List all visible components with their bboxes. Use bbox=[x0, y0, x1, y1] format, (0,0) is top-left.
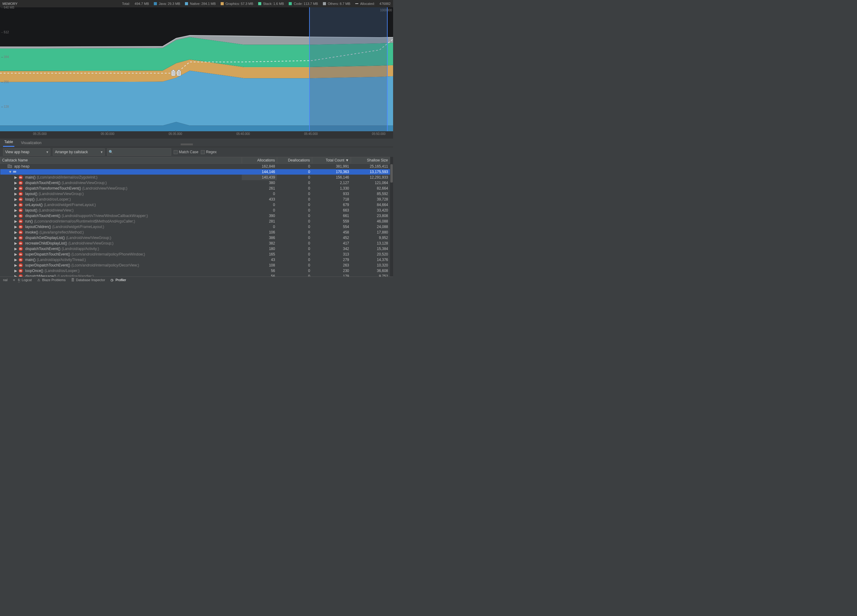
table-row[interactable]: app heap162,8480381,99125,165,411 bbox=[0, 164, 390, 169]
expand-closed-icon[interactable]: ▶ bbox=[14, 269, 17, 273]
expand-closed-icon[interactable]: ▶ bbox=[14, 214, 17, 218]
expand-closed-icon[interactable]: ▶ bbox=[14, 208, 17, 212]
cell-dealloc: 0 bbox=[277, 186, 312, 191]
expand-closed-icon[interactable]: ▶ bbox=[14, 219, 17, 223]
search-input[interactable] bbox=[114, 150, 170, 155]
search-input-wrap[interactable]: 🔍 bbox=[107, 149, 171, 156]
cell-dealloc: 0 bbox=[277, 229, 312, 235]
expand-closed-icon[interactable]: ▶ bbox=[14, 203, 17, 207]
cell-shallow: 25,165,411 bbox=[351, 164, 390, 169]
heap-dropdown[interactable]: View app heap▾ bbox=[3, 149, 50, 156]
expand-closed-icon[interactable]: ▶ bbox=[14, 274, 17, 277]
table-row[interactable]: ▶mlayout() (Landroid/view/View;)0066333,… bbox=[0, 207, 390, 213]
time-axis[interactable]: 05:25.00005:30.00005:35.00005:40.00005:4… bbox=[0, 131, 393, 139]
row-label: loop() bbox=[25, 197, 35, 201]
expand-closed-icon[interactable]: ▶ bbox=[14, 258, 17, 262]
cell-total: 452 bbox=[312, 235, 351, 240]
table-row[interactable]: ▶mrecreateChildDisplayList() (Landroid/v… bbox=[0, 240, 390, 246]
expand-closed-icon[interactable]: ▶ bbox=[14, 247, 17, 251]
expand-closed-icon[interactable]: ▶ bbox=[14, 236, 17, 240]
regex-checkbox[interactable]: Regex bbox=[201, 150, 217, 154]
table-row[interactable]: ▶mmain() (Lcom/android/internal/os/Zygot… bbox=[0, 175, 390, 180]
table-row[interactable]: ▶mloop() (Landroid/os/Looper;)433071839,… bbox=[0, 197, 390, 202]
method-icon: m bbox=[19, 230, 23, 234]
col-deallocations[interactable]: Deallocations bbox=[277, 157, 312, 164]
table-row[interactable]: ▶mdispatchTouchEvent() (Landroid/app/Act… bbox=[0, 246, 390, 252]
table-row[interactable]: ▶monLayout() (Landroid/widget/FrameLayou… bbox=[0, 202, 390, 207]
col-total-count[interactable]: Total Count ▼ bbox=[312, 157, 351, 164]
col-shallow-size[interactable]: Shallow Size bbox=[351, 157, 390, 164]
cell-alloc: 433 bbox=[242, 197, 277, 202]
table-row[interactable]: ▶msuperDispatchTouchEvent() (Lcom/androi… bbox=[0, 263, 390, 268]
row-sublabel: (Landroid/view/ViewGroup;) bbox=[66, 236, 111, 240]
legend-native: Native: 284.1 MB bbox=[185, 2, 215, 6]
y-tick: 384 bbox=[1, 55, 9, 59]
match-case-checkbox[interactable]: Match Case bbox=[174, 150, 198, 154]
table-row[interactable]: ▶mdispatchTouchEvent() (Landroid/support… bbox=[0, 213, 390, 218]
status-database-inspector[interactable]: 🗄Database Inspector bbox=[71, 278, 105, 282]
table-row[interactable]: ▶mloopOnce() (Landroid/os/Looper;)560230… bbox=[0, 268, 390, 274]
tab-visualization[interactable]: Visualization bbox=[20, 139, 43, 147]
status-profiler[interactable]: ◷Profiler bbox=[110, 278, 126, 282]
cell-alloc: 144,146 bbox=[242, 169, 277, 175]
thread-icon bbox=[13, 171, 16, 172]
table-row[interactable]: ▶mlayout() (Landroid/view/ViewGroup;)009… bbox=[0, 191, 390, 197]
cell-shallow: 39,728 bbox=[351, 197, 390, 202]
cell-dealloc: 0 bbox=[277, 246, 312, 252]
expand-closed-icon[interactable]: ▶ bbox=[14, 252, 17, 256]
status-blaze-problems[interactable]: ⚠Blaze Problems bbox=[37, 278, 66, 282]
y-tick: 640 MB bbox=[1, 6, 14, 9]
table-row[interactable]: ▶mlayoutChildren() (Landroid/widget/Fram… bbox=[0, 224, 390, 229]
row-label: app heap bbox=[14, 164, 29, 169]
expand-closed-icon[interactable]: ▶ bbox=[14, 224, 17, 229]
expand-closed-icon[interactable]: ▶ bbox=[14, 192, 17, 196]
row-sublabel: (Landroid/view/ViewGroup;) bbox=[68, 241, 113, 245]
table-row[interactable]: ▶minvoke() (Ljava/lang/reflect/Method;)1… bbox=[0, 229, 390, 235]
row-sublabel: (Lcom/android/internal/policy/PhoneWindo… bbox=[71, 252, 145, 256]
cell-total: 679 bbox=[312, 202, 351, 207]
status-nal[interactable]: nal bbox=[3, 278, 8, 282]
row-sublabel: (Landroid/view/View;) bbox=[39, 208, 74, 212]
expand-closed-icon[interactable]: ▶ bbox=[14, 230, 17, 234]
tab-table[interactable]: Table bbox=[3, 138, 14, 147]
table-row[interactable]: ▶msuperDispatchTouchEvent() (Lcom/androi… bbox=[0, 252, 390, 257]
cell-dealloc: 0 bbox=[277, 268, 312, 274]
x-tick: 05:25.000 bbox=[33, 132, 47, 136]
cell-shallow: 33,420 bbox=[351, 207, 390, 213]
table-row[interactable]: ▶mmain() (Landroid/app/ActivityThread;)4… bbox=[0, 257, 390, 263]
row-sublabel: (Landroid/app/Activity;) bbox=[62, 247, 99, 251]
cell-alloc: 380 bbox=[242, 180, 277, 186]
col-name[interactable]: Callstack Name bbox=[0, 157, 242, 164]
cell-alloc: 382 bbox=[242, 240, 277, 246]
col-allocations[interactable]: Allocations bbox=[242, 157, 277, 164]
cell-alloc: 390 bbox=[242, 213, 277, 218]
table-scrollbar-thumb[interactable] bbox=[390, 164, 393, 183]
row-sublabel: (Landroid/app/ActivityThread;) bbox=[37, 258, 86, 262]
table-row[interactable]: ▶mdispatchMessage() (Landroid/os/Handler… bbox=[0, 274, 390, 277]
chevron-down-icon: ▾ bbox=[101, 150, 102, 154]
expand-closed-icon[interactable]: ▶ bbox=[14, 175, 17, 180]
expand-closed-icon[interactable]: ▶ bbox=[14, 263, 17, 268]
status-6-logcat[interactable]: ≡6: Logcat bbox=[13, 278, 32, 282]
expand-open-icon[interactable]: ▼ bbox=[9, 170, 12, 174]
table-row[interactable]: ▶mrun() (Lcom/android/internal/os/Runtim… bbox=[0, 218, 390, 224]
time-selection[interactable] bbox=[309, 7, 388, 131]
memory-title: MEMORY bbox=[2, 2, 17, 6]
table-row[interactable]: ▶mdispatchGetDisplayList() (Landroid/vie… bbox=[0, 235, 390, 240]
cell-shallow: 46,088 bbox=[351, 218, 390, 224]
expand-closed-icon[interactable]: ▶ bbox=[14, 197, 17, 201]
cell-shallow: 23,808 bbox=[351, 213, 390, 218]
expand-closed-icon[interactable]: ▶ bbox=[14, 186, 17, 190]
arrange-dropdown[interactable]: Arrange by callstack▾ bbox=[53, 149, 105, 156]
expand-closed-icon[interactable]: ▶ bbox=[14, 181, 17, 185]
timeline-scrollbar-thumb[interactable] bbox=[181, 144, 193, 145]
cell-dealloc: 0 bbox=[277, 175, 312, 180]
memory-chart[interactable]: 640 MB512384256128 1000000 bbox=[0, 7, 393, 131]
table-row[interactable]: ▶mdispatchTouchEvent() (Landroid/view/Vi… bbox=[0, 180, 390, 186]
table-row[interactable]: ▶mdispatchTransformedTouchEvent() (Landr… bbox=[0, 186, 390, 191]
cell-alloc: 0 bbox=[242, 224, 277, 229]
table-row[interactable]: ▼144,1460170,36313,175,593 bbox=[0, 169, 390, 175]
cell-dealloc: 0 bbox=[277, 252, 312, 257]
expand-closed-icon[interactable]: ▶ bbox=[14, 241, 17, 245]
table-scrollbar[interactable] bbox=[390, 157, 393, 277]
